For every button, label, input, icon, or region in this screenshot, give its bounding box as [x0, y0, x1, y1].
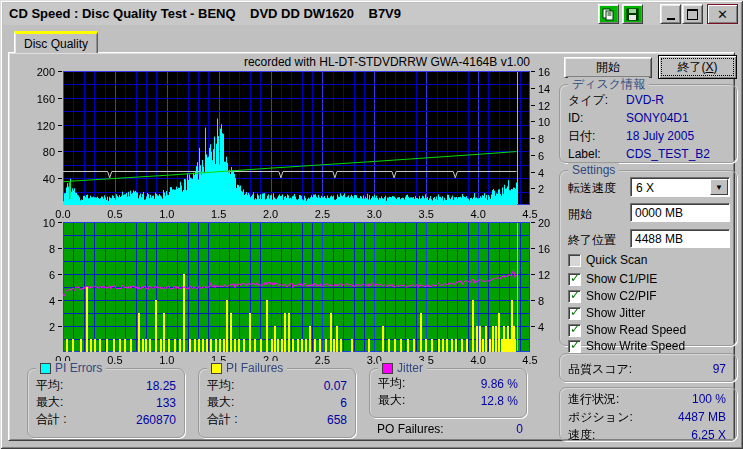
stat-row: 平均:18.25 — [28, 377, 184, 394]
stat-row: 合計 :260870 — [28, 411, 184, 428]
show-write-speed-checkbox[interactable] — [568, 340, 581, 353]
speed-row: 速度:6.25 X — [560, 426, 736, 444]
save-button[interactable] — [622, 4, 643, 24]
po-failures-row: PO Failures: 0 — [377, 422, 523, 436]
settings-title: Settings — [568, 163, 619, 177]
pi-failures-jitter-chart — [18, 214, 555, 366]
minimize-button[interactable] — [660, 4, 681, 24]
tab-label: Disc Quality — [24, 37, 88, 51]
disc-info-title: ディスク情報 — [568, 77, 649, 91]
checkbox-show-c1-pie[interactable]: Show C1/PIE — [568, 272, 657, 286]
quality-score-row: 品質スコア: 97 — [560, 354, 736, 378]
transfer-speed-label: 転送速度 — [568, 180, 616, 197]
quick-scan-checkbox[interactable] — [568, 254, 581, 267]
checkbox-show-write-speed[interactable]: Show Write Speed — [568, 339, 685, 353]
stat-row: 最大:12.8 % — [370, 392, 526, 409]
show-c1-pie-checkbox[interactable] — [568, 273, 581, 286]
stat-row: 最大:6 — [199, 394, 355, 411]
app-window: CD Speed : Disc Quality Test - BENQ DVD … — [0, 0, 743, 449]
maximize-icon — [687, 9, 698, 20]
pi-failures-swatch-icon — [211, 363, 222, 374]
jitter-title: Jitter — [397, 361, 423, 375]
progress-row: 進行状況:100 % — [560, 390, 736, 408]
title-bar: CD Speed : Disc Quality Test - BENQ DVD … — [3, 3, 740, 25]
jitter-swatch-icon — [382, 363, 393, 374]
copy-icon — [602, 8, 615, 21]
checkbox-show-c2-pif[interactable]: Show C2/PIF — [568, 289, 657, 303]
start-position-input[interactable]: 0000 MB — [630, 203, 730, 222]
show-jitter-checkbox[interactable] — [568, 307, 581, 320]
disc-label-row: Label:CDS_TEST_B2 — [568, 145, 736, 163]
start-button[interactable]: 開始 — [564, 57, 652, 78]
start-position-label: 開始 — [568, 206, 592, 223]
copy-report-button[interactable] — [598, 4, 619, 24]
disc-info-group: ディスク情報 タイプ:DVD-R ID:SONY04D1 日付:18 July … — [559, 84, 737, 163]
stat-row: 平均:0.07 — [199, 377, 355, 394]
show-c2-pif-checkbox[interactable] — [568, 290, 581, 303]
stat-row: 最大:133 — [28, 394, 184, 411]
close-button[interactable]: ✕ — [707, 4, 738, 24]
chevron-down-icon[interactable]: ▼ — [710, 179, 728, 195]
disc-id-row: ID:SONY04D1 — [568, 109, 736, 127]
position-row: ポジション:4487 MB — [560, 408, 736, 426]
maximize-button[interactable] — [682, 4, 703, 24]
pi-failures-legend: PI Failures 平均:0.07 最大:6 合計 :658 — [198, 368, 356, 438]
minimize-icon — [667, 18, 675, 20]
tab-disc-quality[interactable]: Disc Quality — [14, 31, 98, 53]
end-position-input[interactable]: 4488 MB — [630, 229, 730, 248]
window-title: CD Speed : Disc Quality Test - BENQ DVD … — [9, 6, 401, 21]
pi-failures-title: PI Failures — [226, 361, 283, 375]
quality-score-group: 品質スコア: 97 — [559, 353, 737, 382]
show-read-speed-checkbox[interactable] — [568, 324, 581, 337]
pi-errors-speed-chart — [18, 62, 555, 222]
pi-errors-legend: PI Errors 平均:18.25 最大:133 合計 :260870 — [27, 368, 185, 438]
stat-row: 平均:9.86 % — [370, 375, 526, 392]
stat-row: 合計 :658 — [199, 411, 355, 428]
checkbox-show-jitter[interactable]: Show Jitter — [568, 306, 645, 320]
close-icon: ✕ — [717, 7, 728, 22]
checkbox-quick-scan[interactable]: Quick Scan — [568, 253, 647, 267]
pi-errors-swatch-icon — [40, 363, 51, 374]
checkbox-show-read-speed[interactable]: Show Read Speed — [568, 323, 686, 337]
disc-date-row: 日付:18 July 2005 — [568, 127, 736, 145]
quality-score-value: 97 — [713, 362, 726, 376]
pi-errors-title: PI Errors — [55, 361, 102, 375]
progress-group: 進行状況:100 % ポジション:4487 MB 速度:6.25 X — [559, 387, 737, 441]
transfer-speed-select[interactable]: 6 X ▼ — [630, 177, 730, 197]
exit-button[interactable]: 終了(X) — [658, 55, 737, 79]
save-icon — [626, 8, 639, 21]
end-position-label: 終了位置 — [568, 232, 616, 249]
jitter-legend: Jitter 平均:9.86 % 最大:12.8 % — [369, 368, 527, 418]
disc-type-row: タイプ:DVD-R — [568, 91, 736, 109]
